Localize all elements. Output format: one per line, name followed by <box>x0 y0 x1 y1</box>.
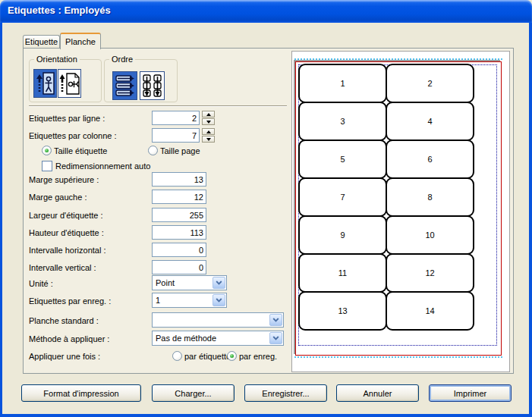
top-margin-label: Marge supérieure : <box>29 175 99 184</box>
labels-per-line-label: Etiquettes par ligne : <box>29 114 105 123</box>
labels-per-record-combobox[interactable]: 1 <box>152 293 227 308</box>
top-margin-input[interactable] <box>152 172 206 187</box>
preview-label-cell[interactable]: 13 <box>298 291 387 331</box>
dropdown-button[interactable] <box>269 332 282 344</box>
preview-label-cell[interactable]: 9 <box>298 215 387 255</box>
labels-per-line-input[interactable] <box>152 111 200 125</box>
label-height-input[interactable] <box>152 225 206 240</box>
labels-per-record-value: 1 <box>156 296 160 305</box>
per-label-option-label: par étiquette <box>184 352 231 361</box>
load-button[interactable]: Charger... <box>152 384 235 402</box>
preview-label-cell[interactable]: 6 <box>386 140 474 179</box>
apply-method-label: Méthode à appliquer : <box>29 334 109 343</box>
order-horizontal-button[interactable] <box>112 71 137 100</box>
preview-label-cell[interactable]: 1 <box>298 64 387 103</box>
spin-down-button[interactable] <box>202 136 215 143</box>
label-width-input[interactable] <box>152 208 206 222</box>
down-arrow-icon <box>206 138 211 141</box>
preview-page: 1 2 3 4 5 6 7 8 9 10 11 12 13 14 <box>295 61 502 356</box>
taille-etiquette-label: Taille étiquette <box>54 146 107 155</box>
orientation-group-label: Orientation <box>34 55 80 64</box>
labels-per-column-input[interactable] <box>152 128 200 143</box>
orientation-portrait-button[interactable] <box>33 69 57 98</box>
label-width-label: Largeur d'étiquette : <box>29 211 103 220</box>
spin-down-button[interactable] <box>202 118 215 125</box>
unit-value: Point <box>156 278 175 287</box>
titlebar: Etiquettes : Employés <box>0 0 532 23</box>
order-vertical-button[interactable] <box>140 71 165 100</box>
labels-per-column-label: Etiquettes par colonne : <box>29 131 117 140</box>
page-break-line-bottom <box>294 356 502 358</box>
standard-sheet-label: Planche standard : <box>29 316 99 325</box>
preview-label-cell[interactable]: 10 <box>386 215 474 255</box>
preview-label-cell[interactable]: 4 <box>386 102 474 141</box>
dialog-window: Etiquettes : Employés Etiquette Planche … <box>0 0 532 417</box>
per-record-option-label: par enreg. <box>239 352 277 361</box>
auto-resize-checkbox[interactable] <box>42 161 52 171</box>
preview-label-cell[interactable]: 11 <box>298 253 387 293</box>
chevron-down-icon <box>272 336 279 340</box>
cancel-button[interactable]: Annuler <box>336 384 419 402</box>
separator-line <box>29 105 287 107</box>
window-border-right <box>529 23 532 417</box>
unit-combobox[interactable]: Point <box>152 275 227 290</box>
left-margin-input[interactable] <box>152 190 206 204</box>
order-vertical-icon <box>140 90 164 102</box>
dropdown-button[interactable] <box>212 277 225 289</box>
label-height-label: Hauteur d'étiquette : <box>29 228 104 237</box>
tab-etiquette[interactable]: Etiquette <box>23 35 60 48</box>
per-label-radio[interactable] <box>172 351 182 361</box>
preview-label-cell[interactable]: 7 <box>298 177 387 217</box>
print-format-button[interactable]: Format d'impression <box>21 384 141 402</box>
order-group-label: Ordre <box>109 55 135 64</box>
auto-resize-label: Redimensionnement auto <box>55 161 150 171</box>
label-grid: 1 2 3 4 5 6 7 8 9 10 11 12 13 14 <box>299 64 474 330</box>
chevron-down-icon <box>216 281 222 285</box>
save-button[interactable]: Enregistrer... <box>244 384 327 402</box>
up-arrow-icon <box>206 113 211 116</box>
preview-label-cell[interactable]: 8 <box>386 177 474 217</box>
unit-label: Unité : <box>29 279 53 288</box>
taille-page-label: Taille page <box>160 146 200 155</box>
spin-up-button[interactable] <box>202 128 215 135</box>
chevron-down-icon <box>216 298 222 303</box>
preview-label-cell[interactable]: 5 <box>298 140 387 179</box>
sheet-preview-panel: 1 2 3 4 5 6 7 8 9 10 11 12 13 14 <box>291 51 510 372</box>
dropdown-button[interactable] <box>269 314 282 326</box>
preview-label-cell[interactable]: 14 <box>386 291 474 331</box>
tab-planche[interactable]: Planche <box>60 33 101 49</box>
down-arrow-icon <box>206 121 211 124</box>
print-button[interactable]: Imprimer <box>429 384 512 402</box>
orientation-landscape-button[interactable] <box>58 69 81 98</box>
taille-etiquette-radio[interactable] <box>42 146 52 155</box>
labels-per-line-stepper <box>202 111 215 125</box>
preview-label-cell[interactable]: 3 <box>298 102 387 141</box>
apply-method-combobox[interactable]: Pas de méthode <box>152 331 284 346</box>
chevron-down-icon <box>272 318 279 322</box>
per-record-radio[interactable] <box>227 351 237 361</box>
window-title: Etiquettes : Employés <box>8 5 111 16</box>
horizontal-gap-input[interactable] <box>152 243 206 257</box>
order-horizontal-icon <box>113 90 137 102</box>
apply-method-value: Pas de méthode <box>156 334 216 343</box>
vertical-gap-label: Intervalle vertical : <box>29 263 96 272</box>
labels-per-column-stepper <box>202 128 215 143</box>
horizontal-gap-label: Intervalle horizontal : <box>29 246 106 255</box>
window-border-bottom <box>0 414 532 417</box>
standard-sheet-combobox[interactable] <box>152 312 284 328</box>
left-margin-label: Marge gauche : <box>29 193 87 202</box>
portrait-page-icon <box>34 88 56 99</box>
taille-page-radio[interactable] <box>148 146 158 155</box>
vertical-gap-input[interactable] <box>152 260 206 274</box>
page-break-line-top <box>294 58 502 60</box>
spin-up-button[interactable] <box>202 111 215 118</box>
labels-per-record-label: Etiquettes par enreg. : <box>29 296 111 306</box>
window-border-left <box>0 23 2 417</box>
preview-label-cell[interactable]: 12 <box>386 253 474 293</box>
landscape-page-icon <box>58 88 80 99</box>
dropdown-button[interactable] <box>212 294 225 306</box>
preview-label-cell[interactable]: 2 <box>386 64 474 103</box>
up-arrow-icon <box>206 130 211 133</box>
apply-once-label: Appliquer une fois : <box>29 352 100 361</box>
